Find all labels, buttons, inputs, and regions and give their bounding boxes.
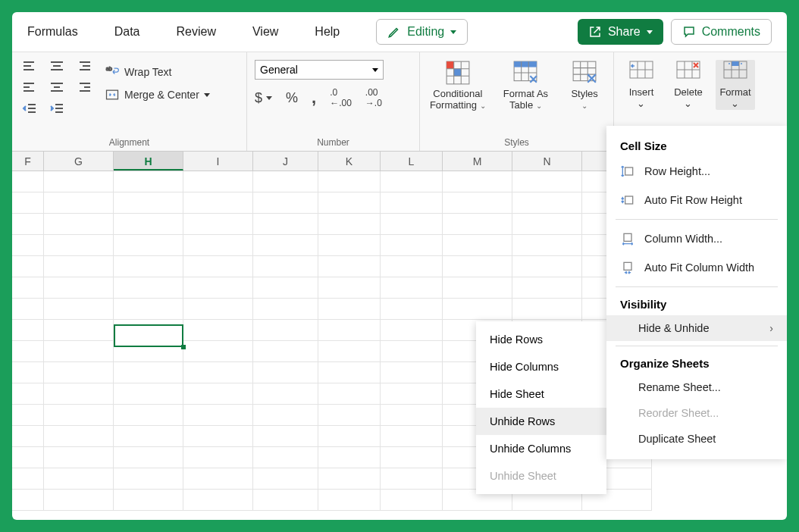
- cell[interactable]: [443, 235, 512, 256]
- cell[interactable]: [114, 447, 183, 468]
- cell[interactable]: [381, 192, 443, 214]
- menu-rename-sheet[interactable]: Rename Sheet...: [606, 374, 787, 400]
- submenu-hide-rows[interactable]: Hide Rows: [476, 326, 606, 353]
- decrease-indent-button[interactable]: [20, 99, 39, 117]
- delete-cells-button[interactable]: Delete⌄: [669, 60, 708, 110]
- cell[interactable]: [381, 299, 443, 320]
- cell[interactable]: [381, 256, 443, 277]
- menu-col-width[interactable]: Column Width...: [606, 224, 787, 253]
- cell[interactable]: [318, 214, 381, 235]
- merge-center-button[interactable]: Merge & Center: [105, 87, 210, 102]
- cell[interactable]: [512, 299, 582, 320]
- increase-decimal-button[interactable]: .0←.00: [330, 87, 352, 108]
- cell[interactable]: [253, 405, 318, 426]
- format-cells-button[interactable]: Format⌄: [716, 60, 755, 110]
- cell[interactable]: [44, 299, 114, 320]
- cell[interactable]: [44, 468, 114, 490]
- cell[interactable]: [183, 320, 253, 341]
- selected-cell[interactable]: [114, 324, 183, 347]
- cell[interactable]: [318, 256, 381, 277]
- cell[interactable]: [512, 214, 582, 235]
- tab-formulas[interactable]: Formulas: [27, 25, 78, 39]
- cell[interactable]: [183, 447, 253, 468]
- cell[interactable]: [44, 277, 114, 299]
- cell[interactable]: [253, 192, 318, 214]
- cell[interactable]: [318, 405, 381, 426]
- cell[interactable]: [44, 320, 114, 341]
- cell[interactable]: [183, 405, 253, 426]
- percent-format-button[interactable]: %: [286, 90, 298, 106]
- cell[interactable]: [381, 214, 443, 235]
- cell[interactable]: [381, 383, 443, 405]
- cell[interactable]: [183, 277, 253, 299]
- cell[interactable]: [12, 490, 44, 511]
- cell[interactable]: [44, 362, 114, 383]
- column-header-f[interactable]: F: [12, 152, 44, 171]
- cell[interactable]: [183, 214, 253, 235]
- comma-format-button[interactable]: ,: [312, 88, 316, 108]
- cell[interactable]: [512, 235, 582, 256]
- increase-indent-button[interactable]: [47, 99, 67, 117]
- tab-view[interactable]: View: [252, 25, 278, 39]
- cell[interactable]: [44, 426, 114, 447]
- cell[interactable]: [114, 362, 183, 383]
- cell[interactable]: [253, 235, 318, 256]
- menu-autofit-row[interactable]: Auto Fit Row Height: [606, 186, 787, 214]
- cell-styles-button[interactable]: Styles⌄: [563, 60, 606, 111]
- cell[interactable]: [114, 192, 183, 214]
- cell[interactable]: [12, 277, 44, 299]
- cell[interactable]: [183, 256, 253, 277]
- cell[interactable]: [318, 171, 381, 192]
- cell[interactable]: [253, 447, 318, 468]
- cell[interactable]: [381, 171, 443, 192]
- column-header-g[interactable]: G: [44, 152, 114, 171]
- align-top-center-button[interactable]: [47, 57, 67, 75]
- cell[interactable]: [114, 383, 183, 405]
- cell[interactable]: [183, 235, 253, 256]
- cell[interactable]: [12, 192, 44, 214]
- cell[interactable]: [44, 192, 114, 214]
- cell[interactable]: [253, 341, 318, 362]
- cell[interactable]: [183, 299, 253, 320]
- cell[interactable]: [114, 277, 183, 299]
- cell[interactable]: [318, 468, 381, 490]
- cell[interactable]: [183, 490, 253, 511]
- tab-help[interactable]: Help: [315, 25, 340, 39]
- submenu-hide-columns[interactable]: Hide Columns: [476, 353, 606, 380]
- cell[interactable]: [183, 192, 253, 214]
- wrap-text-button[interactable]: ab Wrap Text: [105, 64, 210, 80]
- cell[interactable]: [114, 468, 183, 490]
- cell[interactable]: [12, 426, 44, 447]
- cell[interactable]: [318, 447, 381, 468]
- cell[interactable]: [12, 256, 44, 277]
- cell[interactable]: [12, 320, 44, 341]
- cell[interactable]: [114, 299, 183, 320]
- cell[interactable]: [44, 341, 114, 362]
- cell[interactable]: [318, 490, 381, 511]
- cell[interactable]: [318, 341, 381, 362]
- cell[interactable]: [381, 277, 443, 299]
- cell[interactable]: [183, 468, 253, 490]
- cell[interactable]: [253, 468, 318, 490]
- align-mid-right-button[interactable]: [74, 78, 94, 96]
- align-top-left-button[interactable]: [20, 57, 39, 75]
- cell[interactable]: [253, 362, 318, 383]
- cell[interactable]: [253, 256, 318, 277]
- cell[interactable]: [44, 405, 114, 426]
- tab-review[interactable]: Review: [176, 25, 215, 39]
- cell[interactable]: [381, 320, 443, 341]
- cell[interactable]: [318, 277, 381, 299]
- cell[interactable]: [443, 256, 512, 277]
- cell[interactable]: [44, 235, 114, 256]
- column-header-k[interactable]: K: [318, 152, 381, 171]
- cell[interactable]: [381, 426, 443, 447]
- column-header-i[interactable]: I: [183, 152, 253, 171]
- cell[interactable]: [512, 256, 582, 277]
- cell[interactable]: [253, 214, 318, 235]
- cell[interactable]: [114, 256, 183, 277]
- cell[interactable]: [12, 214, 44, 235]
- cell[interactable]: [443, 192, 512, 214]
- menu-hide-unhide[interactable]: Hide & Unhide ›: [606, 315, 787, 341]
- cell[interactable]: [183, 426, 253, 447]
- share-button[interactable]: Share: [578, 19, 663, 45]
